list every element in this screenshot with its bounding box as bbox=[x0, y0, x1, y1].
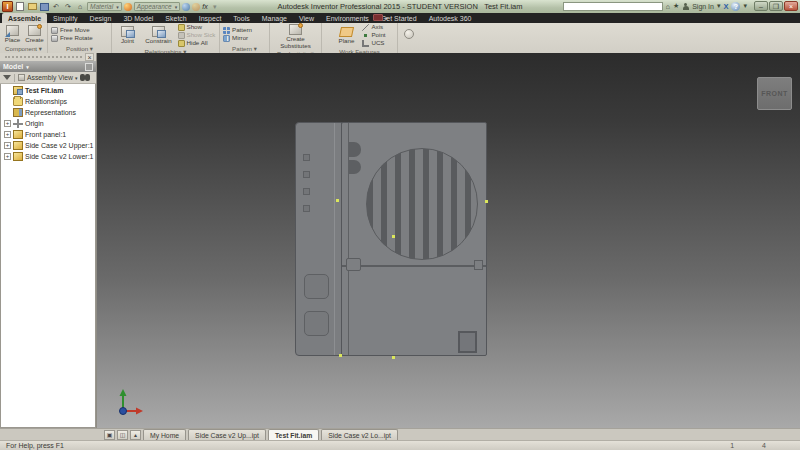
ribbon-tab[interactable]: Sketch bbox=[159, 13, 192, 23]
position-panel-caption[interactable]: Position ▾ bbox=[48, 45, 111, 53]
parameters-fx-button[interactable]: fx bbox=[202, 3, 207, 10]
search-help-icon[interactable]: ⌂ bbox=[666, 3, 670, 10]
favorites-star-icon[interactable]: ★ bbox=[673, 2, 679, 10]
close-button[interactable]: × bbox=[784, 1, 798, 11]
tree-item[interactable]: + Front panel:1 bbox=[1, 129, 95, 140]
ribbon-tab[interactable]: View bbox=[293, 13, 320, 23]
screencast-icon[interactable] bbox=[373, 14, 383, 21]
ribbon-tab[interactable]: Inspect bbox=[193, 13, 228, 23]
cascade-windows-icon[interactable]: ▣ bbox=[104, 430, 115, 440]
redo-button[interactable]: ↷ bbox=[63, 2, 73, 11]
browser-header[interactable]: Model ▾ bbox=[0, 61, 96, 72]
browser-close-icon[interactable]: × bbox=[85, 53, 94, 61]
tree-item[interactable]: Test Fit.iam bbox=[1, 85, 95, 96]
search-input[interactable] bbox=[563, 2, 663, 11]
free-rotate-icon bbox=[51, 35, 58, 42]
adjust-appearance-icon[interactable] bbox=[192, 3, 200, 11]
ribbon-tab[interactable]: Assemble bbox=[2, 13, 47, 23]
tree-item[interactable]: + Origin bbox=[1, 118, 95, 129]
axis-button[interactable]: Axis bbox=[362, 24, 385, 31]
tile-windows-icon[interactable]: ◫ bbox=[117, 430, 128, 440]
exchange-apps-icon[interactable]: X bbox=[723, 2, 728, 11]
measure-button[interactable]: ▾ bbox=[210, 2, 220, 11]
appearance-sphere-icon[interactable] bbox=[182, 3, 190, 11]
assembly-view-icon bbox=[18, 74, 25, 81]
free-move-button[interactable]: Free Move bbox=[51, 27, 90, 34]
constrain-button[interactable]: Constrain bbox=[143, 26, 175, 45]
create-button[interactable]: Create bbox=[25, 25, 44, 44]
document-tab[interactable]: Side Case v2 Up...ipt bbox=[188, 429, 266, 440]
tree-expand-icon[interactable]: + bbox=[4, 120, 11, 127]
model-cutout-square bbox=[303, 205, 310, 212]
ribbon-tab[interactable]: 3D Model bbox=[117, 13, 159, 23]
joint-button[interactable]: Joint bbox=[116, 26, 140, 45]
drag-grip-icon[interactable] bbox=[5, 56, 82, 58]
filter-icon[interactable] bbox=[3, 75, 11, 80]
model-fan-vent[interactable] bbox=[366, 148, 478, 260]
restore-button[interactable]: ❐ bbox=[769, 1, 783, 11]
sign-in-dropdown-icon[interactable]: ▾ bbox=[717, 2, 721, 10]
expand-tabs-button[interactable]: ▴ bbox=[130, 430, 141, 440]
open-file-button[interactable] bbox=[27, 2, 37, 11]
document-tab[interactable]: Test Fit.iam bbox=[268, 429, 319, 440]
tree-expand-icon[interactable]: + bbox=[4, 131, 11, 138]
ucs-button[interactable]: UCS bbox=[362, 40, 385, 47]
mirror-button[interactable]: Mirror bbox=[223, 35, 248, 42]
document-tab[interactable]: My Home bbox=[143, 429, 186, 440]
user-account-icon[interactable] bbox=[682, 3, 689, 10]
material-sphere-icon[interactable] bbox=[124, 3, 132, 11]
viewcube[interactable]: FRONT bbox=[757, 77, 792, 110]
tree-expand-icon[interactable]: + bbox=[4, 153, 11, 160]
ribbon-tab[interactable]: Simplify bbox=[47, 13, 84, 23]
browser-dock-strip[interactable]: × bbox=[0, 53, 96, 61]
show-button[interactable]: Show bbox=[178, 24, 216, 31]
show-icon bbox=[178, 24, 185, 31]
home-button[interactable]: ⌂ bbox=[75, 2, 85, 11]
ribbon-group-productivity: Create Substitutes Productivity ▾ bbox=[270, 23, 322, 53]
component-panel-caption[interactable]: Component ▾ bbox=[0, 45, 47, 53]
tree-item[interactable]: Representations bbox=[1, 107, 95, 118]
tree-item-icon bbox=[13, 86, 23, 95]
ribbon-tab[interactable]: Design bbox=[84, 13, 118, 23]
assembly-view-dropdown[interactable]: Assembly View ▾ bbox=[18, 74, 77, 81]
material-dropdown[interactable]: Material▾ bbox=[87, 2, 122, 11]
browser-title-dropdown-icon[interactable]: ▾ bbox=[26, 64, 29, 70]
screencast-dropdown-icon[interactable]: ▾ bbox=[385, 15, 388, 21]
appearance-dropdown[interactable]: Appearance▾ bbox=[134, 2, 181, 11]
browser-pin-icon[interactable] bbox=[85, 63, 93, 71]
tree-item[interactable]: Relationships bbox=[1, 96, 95, 107]
tree-item-icon bbox=[13, 119, 23, 128]
model-front-panel-edge bbox=[334, 123, 335, 355]
ribbon-tab[interactable]: Tools bbox=[227, 13, 255, 23]
pattern-button[interactable]: Pattern bbox=[223, 27, 252, 34]
document-tab[interactable]: Side Case v2 Lo...ipt bbox=[321, 429, 398, 440]
plane-button[interactable]: Plane bbox=[333, 27, 359, 45]
toolbar-separator bbox=[14, 74, 15, 82]
free-rotate-button[interactable]: Free Rotate bbox=[51, 35, 93, 42]
minimize-button[interactable]: – bbox=[754, 1, 768, 11]
tree-item[interactable]: + Side Case v2 Lower:1 bbox=[1, 151, 95, 162]
pattern-panel-caption[interactable]: Pattern ▾ bbox=[220, 45, 269, 53]
place-button[interactable]: Place bbox=[3, 25, 22, 44]
save-button[interactable] bbox=[39, 2, 49, 11]
create-substitutes-button[interactable]: Create Substitutes bbox=[273, 24, 318, 49]
constrain-icon bbox=[152, 26, 165, 37]
ribbon-tab[interactable]: Autodesk 360 bbox=[423, 13, 478, 23]
show-sick-button[interactable]: Show Sick bbox=[178, 32, 216, 39]
undo-button[interactable]: ↶ bbox=[51, 2, 61, 11]
ribbon-tab[interactable]: Manage bbox=[256, 13, 293, 23]
tree-item[interactable]: + Side Case v2 Upper:1 bbox=[1, 140, 95, 151]
help-icon[interactable]: ? bbox=[731, 2, 740, 11]
point-button[interactable]: Point bbox=[362, 32, 385, 39]
tree-expand-icon[interactable]: + bbox=[4, 142, 11, 149]
browser-tree: Test Fit.iam Relationships Representatio… bbox=[0, 84, 96, 428]
tree-item-label: Front panel:1 bbox=[25, 131, 66, 138]
ribbon-appearance-toggle-icon[interactable] bbox=[404, 29, 414, 39]
help-dropdown-icon[interactable]: ▾ bbox=[743, 2, 747, 10]
viewport-canvas[interactable]: FRONT bbox=[97, 53, 800, 428]
find-binoculars-icon[interactable] bbox=[80, 74, 90, 81]
sign-in-button[interactable]: Sign In bbox=[692, 3, 714, 10]
new-file-button[interactable] bbox=[15, 2, 25, 11]
inventor-logo-icon[interactable]: I bbox=[2, 1, 13, 12]
hide-all-button[interactable]: Hide All bbox=[178, 40, 216, 47]
